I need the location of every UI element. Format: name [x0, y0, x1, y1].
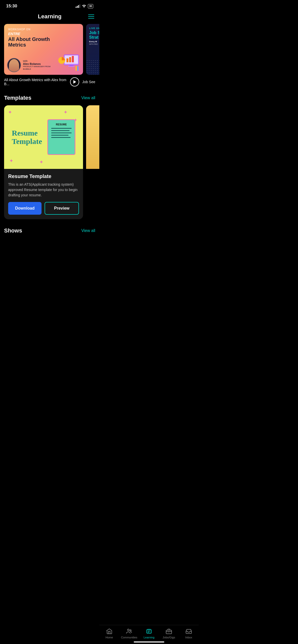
- svg-rect-3: [69, 57, 71, 62]
- wifi-icon: [82, 4, 86, 8]
- main-caption: All About Growth Metrics with Alex from …: [4, 78, 67, 86]
- templates-section-header: Templates View all: [0, 91, 99, 103]
- dots-decoration: [86, 60, 99, 75]
- play-icon: [73, 80, 76, 84]
- template-description: This is an ATS(Applicant tracking system…: [8, 182, 79, 198]
- play-button[interactable]: [70, 77, 79, 86]
- svg-rect-9: [68, 66, 75, 67]
- secondary-caption: Job See: [82, 80, 95, 84]
- workshop-label: WORKSHOP ON: [8, 28, 79, 31]
- svg-rect-6: [76, 66, 77, 71]
- host-info: With Alex Bolanos PRODUCT MANAGER FROM B…: [7, 58, 58, 72]
- workshop-brand: ENTRE: [8, 32, 79, 36]
- status-time: 15:30: [6, 4, 17, 9]
- banner-carousel: WORKSHOP ON ENTRE All About Growth Metri…: [0, 24, 99, 75]
- svg-rect-8: [69, 65, 73, 66]
- with-rec: WITH REC: [89, 43, 99, 45]
- template-image: ✦ ✦ ✦ ✦ ResumeTemplate ✦ RESUME: [4, 105, 83, 169]
- templates-view-all[interactable]: View all: [81, 96, 95, 100]
- template-card-peek[interactable]: [86, 105, 99, 219]
- live-label: LIVE ON: [89, 27, 99, 30]
- svg-rect-4: [72, 56, 74, 62]
- shows-title: Shows: [4, 227, 22, 234]
- svg-rect-7: [77, 66, 78, 71]
- template-card-resume: ✦ ✦ ✦ ✦ ResumeTemplate ✦ RESUME: [4, 105, 83, 219]
- signal-bars-icon: [76, 4, 80, 8]
- template-image-text: ResumeTemplate: [12, 129, 42, 145]
- resume-lines: [51, 128, 72, 138]
- template-peek-image: [86, 105, 99, 169]
- host-name: Alex Bolanos: [23, 62, 58, 65]
- host-with-label: With: [23, 60, 58, 62]
- resume-doc-container: ✦ RESUME: [47, 119, 75, 155]
- header: Learning: [0, 11, 99, 24]
- avatar: [7, 58, 21, 72]
- resume-doc: RESUME: [47, 119, 75, 155]
- sparkle-icon: ✦: [63, 109, 68, 115]
- sparkle-icon: ✦: [9, 158, 13, 164]
- templates-title: Templates: [4, 95, 31, 101]
- menu-button[interactable]: [88, 14, 94, 19]
- template-name: Resume Template: [8, 173, 79, 179]
- resume-doc-title: RESUME: [51, 123, 72, 126]
- battery-icon: 30: [88, 4, 93, 8]
- secondary-title: Job SStrat: [89, 31, 99, 39]
- banner-card-secondary[interactable]: LIVE ON Job SStrat Every M WITH REC: [86, 24, 99, 75]
- status-bar: 15:30 30: [0, 0, 99, 11]
- banner-image: WORKSHOP ON ENTRE All About Growth Metri…: [4, 24, 83, 75]
- sparkle-icon: ✦: [39, 159, 44, 165]
- banner-card-main[interactable]: WORKSHOP ON ENTRE All About Growth Metri…: [4, 24, 83, 75]
- status-icons: 30: [76, 4, 93, 8]
- shows-section-header: Shows View all: [0, 223, 99, 234]
- download-button[interactable]: Download: [8, 202, 42, 215]
- template-actions: Download Preview: [8, 202, 79, 215]
- host-text: With Alex Bolanos PRODUCT MANAGER FROM B…: [23, 60, 58, 70]
- secondary-sub: Every M: [89, 40, 99, 43]
- secondary-banner: LIVE ON Job SStrat Every M WITH REC: [86, 24, 99, 75]
- banner-illustration: [58, 53, 80, 72]
- preview-button[interactable]: Preview: [45, 202, 79, 215]
- page-title: Learning: [38, 13, 62, 20]
- sparkle-icon: ✦: [8, 109, 12, 115]
- shows-view-all[interactable]: View all: [81, 228, 95, 233]
- templates-carousel: ✦ ✦ ✦ ✦ ResumeTemplate ✦ RESUME: [0, 103, 99, 223]
- host-role: PRODUCT MANAGER FROM BUBBLE: [23, 65, 58, 70]
- banner-title: All About Growth Metrics: [8, 36, 51, 48]
- caption-row: All About Growth Metrics with Alex from …: [0, 75, 99, 91]
- template-body: Resume Template This is an ATS(Applicant…: [4, 169, 83, 219]
- svg-rect-2: [66, 58, 69, 62]
